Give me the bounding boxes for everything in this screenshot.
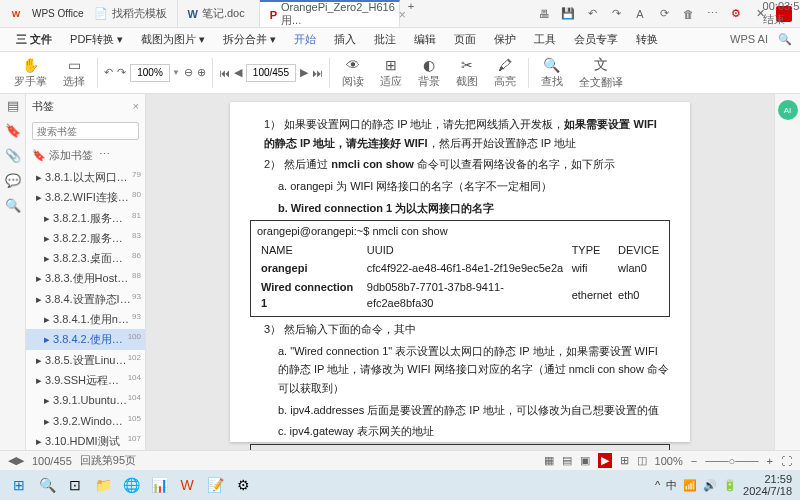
- tool-highlight[interactable]: 🖍高亮: [488, 55, 522, 91]
- menu-edit[interactable]: 编辑: [406, 29, 444, 50]
- nav-prev-icon[interactable]: ◀: [8, 454, 16, 467]
- attachments-icon[interactable]: 📎: [5, 148, 21, 163]
- view-mode-6-icon[interactable]: ◫: [637, 454, 647, 467]
- menu-screenshot[interactable]: 截图为图片 ▾: [133, 29, 213, 50]
- volume-icon[interactable]: 🔊: [703, 479, 717, 492]
- view-mode-3-icon[interactable]: ▣: [580, 454, 590, 467]
- clock[interactable]: 21:59 2024/7/18: [743, 473, 792, 497]
- tab-notes[interactable]: W笔记.doc: [178, 0, 260, 27]
- tool-hand[interactable]: ✋罗手掌: [8, 55, 53, 91]
- task-view-icon[interactable]: ⊡: [64, 474, 86, 496]
- page-select[interactable]: [246, 64, 296, 82]
- bookmark-item[interactable]: ▸ 3.8.4.2.使用nmcli命令来设置静态IP地址100: [26, 329, 145, 349]
- tray-chevron-icon[interactable]: ^: [655, 479, 660, 491]
- wps-ai-link[interactable]: WPS AI: [730, 33, 768, 46]
- ime-icon[interactable]: 中: [666, 478, 677, 493]
- add-bookmark-button[interactable]: 🔖 添加书签: [32, 148, 93, 163]
- font-icon[interactable]: A: [632, 6, 648, 22]
- search-taskbar-icon[interactable]: 🔍: [36, 474, 58, 496]
- zoom-out-icon[interactable]: ⊖: [184, 66, 193, 79]
- search-icon[interactable]: 🔍: [778, 33, 792, 46]
- menu-start[interactable]: 开始: [286, 29, 324, 50]
- bookmark-item[interactable]: ▸ 3.8.2.3.桌面版镜像的测试方法86: [26, 248, 145, 268]
- tab-templates[interactable]: 📄找稻壳模板: [84, 0, 178, 27]
- bookmark-item[interactable]: ▸ 3.8.2.2.服务器版镜像通过图形化方式连接WIFI83: [26, 228, 145, 248]
- first-page-icon[interactable]: ⏮: [219, 67, 230, 79]
- status-grid[interactable]: 回跳第95页: [80, 453, 136, 468]
- zoom-input[interactable]: [130, 64, 170, 82]
- prev-page-icon[interactable]: ◀: [234, 66, 242, 79]
- rotate-left-icon[interactable]: ↶: [104, 66, 113, 79]
- tool-find[interactable]: 🔍查找: [535, 55, 569, 91]
- bookmark-item[interactable]: ▸ 3.8.4.1.使用nmtui命令来设置静态IP地址93: [26, 309, 145, 329]
- bookmark-item[interactable]: ▸ 3.8.5.设置Linux系统第一次启动后自动连接网络的方法102: [26, 350, 145, 370]
- ai-badge-icon[interactable]: AI: [778, 100, 798, 120]
- print-icon[interactable]: 🖶: [536, 6, 552, 22]
- settings-icon[interactable]: ⚙: [728, 6, 744, 22]
- bookmark-item[interactable]: ▸ 3.8.3.使用Hostapd建立WIFI热点的方法88: [26, 268, 145, 288]
- zoom-select[interactable]: ▼: [130, 64, 180, 82]
- more-icon[interactable]: ⋯: [704, 6, 720, 22]
- menu-pdf-convert[interactable]: PDF转换 ▾: [62, 29, 131, 50]
- tool-bg[interactable]: ◐背景: [412, 55, 446, 91]
- search-panel-icon[interactable]: 🔍: [5, 198, 21, 213]
- page-input[interactable]: [246, 64, 296, 82]
- tool-select[interactable]: ▭选择: [57, 55, 91, 91]
- tool-read[interactable]: 👁阅读: [336, 55, 370, 91]
- menu-page[interactable]: 页面: [446, 29, 484, 50]
- save-icon[interactable]: 💾: [560, 6, 576, 22]
- status-zoom[interactable]: 100%: [655, 455, 683, 467]
- menu-vip[interactable]: 会员专享: [566, 29, 626, 50]
- tab-add-button[interactable]: +: [400, 0, 422, 27]
- bookmark-search-input[interactable]: [32, 122, 139, 140]
- zoom-in-icon[interactable]: ⊕: [197, 66, 206, 79]
- bookmark-item[interactable]: ▸ 3.8.1.以太网口测试79: [26, 167, 145, 187]
- bookmark-item[interactable]: ▸ 3.9.2.Windows下SSH远程登录开发板105: [26, 411, 145, 431]
- menu-split-merge[interactable]: 拆分合并 ▾: [215, 29, 284, 50]
- record-badge[interactable]: 00:03:53 结束: [776, 6, 792, 22]
- zoom-in-status-icon[interactable]: +: [767, 455, 773, 467]
- start-button[interactable]: ⊞: [8, 474, 30, 496]
- menu-comment[interactable]: 批注: [366, 29, 404, 50]
- zoom-slider[interactable]: ───○───: [705, 455, 758, 467]
- tool-translate[interactable]: 文全文翻译: [573, 54, 629, 92]
- comments-icon[interactable]: 💬: [5, 173, 21, 188]
- menu-convert[interactable]: 转换: [628, 29, 666, 50]
- app-icon-2[interactable]: 📝: [204, 474, 226, 496]
- view-mode-1-icon[interactable]: ▦: [544, 454, 554, 467]
- view-mode-4-icon[interactable]: ▶: [598, 453, 612, 468]
- tool-screenshot[interactable]: ✂截图: [450, 55, 484, 91]
- app-icon-1[interactable]: 📊: [148, 474, 170, 496]
- next-page-icon[interactable]: ▶: [300, 66, 308, 79]
- view-mode-2-icon[interactable]: ▤: [562, 454, 572, 467]
- menu-insert[interactable]: 插入: [326, 29, 364, 50]
- document-viewport[interactable]: 1） 如果要设置网口的静态 IP 地址，请先把网线插入开发板，如果需要设置 WI…: [146, 94, 774, 450]
- wifi-icon[interactable]: 📶: [683, 479, 697, 492]
- explorer-icon[interactable]: 📁: [92, 474, 114, 496]
- rotate-right-icon[interactable]: ↷: [117, 66, 126, 79]
- edge-icon[interactable]: 🌐: [120, 474, 142, 496]
- tab-orangepi[interactable]: POrangePi_Zero2_H616 用...×: [260, 0, 400, 27]
- last-page-icon[interactable]: ⏭: [312, 67, 323, 79]
- bookmark-item[interactable]: ▸ 3.9.SSH远程登录开发板104: [26, 370, 145, 390]
- bookmark-item[interactable]: ▸ 3.8.2.1.服务器版镜像通过命令连接WIFI81: [26, 208, 145, 228]
- close-icon[interactable]: ×: [133, 100, 139, 112]
- fullscreen-icon[interactable]: ⛶: [781, 455, 792, 467]
- bookmark-item[interactable]: ▸ 3.10.HDMI测试107: [26, 431, 145, 450]
- zoom-out-status-icon[interactable]: −: [691, 455, 697, 467]
- thumbnails-icon[interactable]: ▤: [7, 98, 19, 113]
- app-icon-3[interactable]: ⚙: [232, 474, 254, 496]
- bookmark-item[interactable]: ▸ 3.8.4.设置静态IP地址的方法93: [26, 289, 145, 309]
- battery-icon[interactable]: 🔋: [723, 479, 737, 492]
- undo-icon[interactable]: ↶: [584, 6, 600, 22]
- sync-icon[interactable]: ⟳: [656, 6, 672, 22]
- bookmark-more-icon[interactable]: ⋯: [99, 148, 110, 163]
- menu-tools[interactable]: 工具: [526, 29, 564, 50]
- wps-taskbar-icon[interactable]: W: [176, 474, 198, 496]
- bookmark-item[interactable]: ▸ 3.8.2.WIFI连接测试80: [26, 187, 145, 207]
- chevron-down-icon[interactable]: ▼: [172, 68, 180, 77]
- bookmarks-icon[interactable]: 🔖: [5, 123, 21, 138]
- bookmark-item[interactable]: ▸ 3.9.1.Ubuntu下SSH远程登录开发板104: [26, 390, 145, 410]
- menu-protect[interactable]: 保护: [486, 29, 524, 50]
- view-mode-5-icon[interactable]: ⊞: [620, 454, 629, 467]
